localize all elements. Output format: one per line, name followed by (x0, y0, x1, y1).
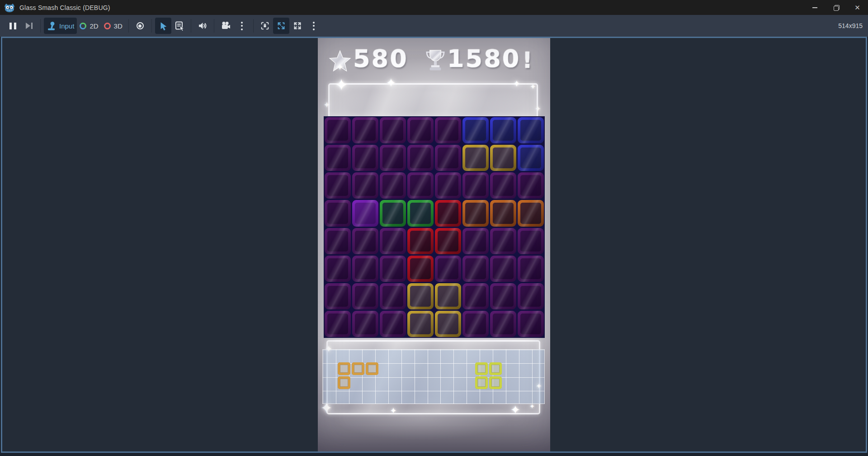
game-viewport[interactable]: 580 1580 ! (318, 38, 550, 451)
movie-maker-button[interactable] (217, 18, 234, 34)
board-cell-r7c5[interactable] (462, 311, 489, 337)
board-cell-r2c4[interactable] (435, 172, 461, 199)
board-cell-r1c0[interactable] (325, 145, 351, 171)
minimize-button[interactable] (804, 0, 826, 15)
board-cell-r4c2[interactable] (380, 228, 406, 254)
board-cell-r2c6[interactable] (490, 172, 516, 199)
restore-button[interactable] (826, 0, 847, 15)
board-cell-r0c1[interactable] (352, 117, 378, 143)
pause-icon (9, 23, 16, 29)
board-cell-r7c3[interactable] (407, 311, 434, 337)
board-cell-r5c1[interactable] (352, 256, 378, 282)
view-2d-button[interactable]: 2D (77, 18, 101, 34)
board-cell-r1c1[interactable] (352, 145, 378, 171)
board-cell-r3c6[interactable] (490, 200, 516, 226)
tray-piece-1-cell[interactable] (352, 362, 364, 375)
board-cell-r3c1[interactable] (352, 200, 378, 226)
board-cell-r4c4[interactable] (435, 228, 461, 254)
minimize-icon (812, 7, 817, 8)
board-cell-r0c2[interactable] (380, 117, 406, 143)
board-cell-r0c6[interactable] (490, 117, 516, 143)
board-cell-r3c0[interactable] (325, 200, 351, 226)
board-cell-r2c0[interactable] (325, 172, 351, 199)
board-cell-r4c0[interactable] (325, 228, 351, 254)
board-cell-r7c0[interactable] (325, 311, 351, 337)
board-cell-r2c7[interactable] (518, 172, 544, 199)
board-cell-r4c6[interactable] (490, 228, 516, 254)
board-cell-r3c5[interactable] (462, 200, 489, 226)
board-cell-r0c7[interactable] (518, 117, 544, 143)
board-cell-r4c1[interactable] (352, 228, 378, 254)
board-cell-r5c6[interactable] (490, 256, 516, 282)
board-cell-r1c5[interactable] (462, 145, 489, 171)
score-star-icon (329, 50, 351, 72)
board-cell-r4c3[interactable] (407, 228, 434, 254)
board-cell-r0c3[interactable] (407, 117, 434, 143)
input-toggle-button[interactable]: Input (44, 18, 77, 34)
keep-aspect-button[interactable] (273, 18, 289, 34)
board-cell-r7c1[interactable] (352, 311, 378, 337)
cursor-icon (159, 21, 168, 31)
list-select-button[interactable] (171, 18, 188, 34)
board-cell-r5c3[interactable] (407, 256, 434, 282)
audio-mute-button[interactable] (194, 18, 211, 34)
board-cell-r6c3[interactable] (407, 283, 434, 309)
board-cell-r5c2[interactable] (380, 256, 406, 282)
restore-icon (834, 5, 839, 10)
board-cell-r5c5[interactable] (462, 256, 489, 282)
board-cell-r0c4[interactable] (435, 117, 461, 143)
board-cell-r1c7[interactable] (518, 145, 544, 171)
board-cell-r6c0[interactable] (325, 283, 351, 309)
view-3d-button[interactable]: 3D (101, 18, 125, 34)
expand-keep-aspect-icon (276, 21, 286, 31)
board-cell-r0c5[interactable] (462, 117, 489, 143)
overflow-menu-button[interactable] (234, 18, 250, 34)
tray-piece-2-cell[interactable] (489, 376, 502, 389)
board-cell-r3c3[interactable] (407, 200, 434, 226)
pause-button[interactable] (5, 18, 21, 34)
board-cell-r6c4[interactable] (435, 283, 461, 309)
board-cell-r6c1[interactable] (352, 283, 378, 309)
board-cell-r2c1[interactable] (352, 172, 378, 199)
tray-piece-2-cell[interactable] (475, 362, 488, 375)
board-cell-r6c2[interactable] (380, 283, 406, 309)
board-cell-r7c6[interactable] (490, 311, 516, 337)
board-cell-r2c5[interactable] (462, 172, 489, 199)
tray-piece-1-cell[interactable] (366, 362, 378, 375)
board-cell-r1c2[interactable] (380, 145, 406, 171)
board-cell-r6c5[interactable] (462, 283, 489, 309)
board-cell-r5c7[interactable] (518, 256, 544, 282)
board-cell-r1c6[interactable] (490, 145, 516, 171)
window-controls: ✕ (804, 0, 868, 15)
board-cell-r3c2[interactable] (380, 200, 406, 226)
more-options-button[interactable] (306, 18, 322, 34)
select-mode-button[interactable] (155, 18, 171, 34)
board-cell-r7c2[interactable] (380, 311, 406, 337)
close-button[interactable]: ✕ (847, 0, 868, 15)
toolbar-separator (191, 19, 191, 33)
board-cell-r1c4[interactable] (435, 145, 461, 171)
embed-focus-button[interactable] (257, 18, 273, 34)
board-cell-r6c7[interactable] (518, 283, 544, 309)
board-cell-r1c3[interactable] (407, 145, 434, 171)
board-cell-r3c4[interactable] (435, 200, 461, 226)
board-cell-r5c0[interactable] (325, 256, 351, 282)
board-cell-r0c0[interactable] (325, 117, 351, 143)
board-cell-r2c3[interactable] (407, 172, 434, 199)
board-cell-r2c2[interactable] (380, 172, 406, 199)
board-cell-r6c6[interactable] (490, 283, 516, 309)
board-cell-r4c5[interactable] (462, 228, 489, 254)
board-cell-r7c4[interactable] (435, 311, 461, 337)
camera-3d-icon (104, 23, 111, 29)
tray-piece-2-cell[interactable] (489, 362, 502, 375)
board-cell-r3c7[interactable] (518, 200, 544, 226)
tray-piece-2-cell[interactable] (475, 376, 488, 389)
tray-piece-1-cell[interactable] (338, 376, 350, 389)
step-frame-button[interactable] (21, 18, 37, 34)
stretch-button[interactable] (289, 18, 306, 34)
tray-piece-1-cell[interactable] (338, 362, 350, 375)
suspend-button[interactable] (132, 18, 148, 34)
board-cell-r4c7[interactable] (518, 228, 544, 254)
board-cell-r7c7[interactable] (518, 311, 544, 337)
board-cell-r5c4[interactable] (435, 256, 461, 282)
